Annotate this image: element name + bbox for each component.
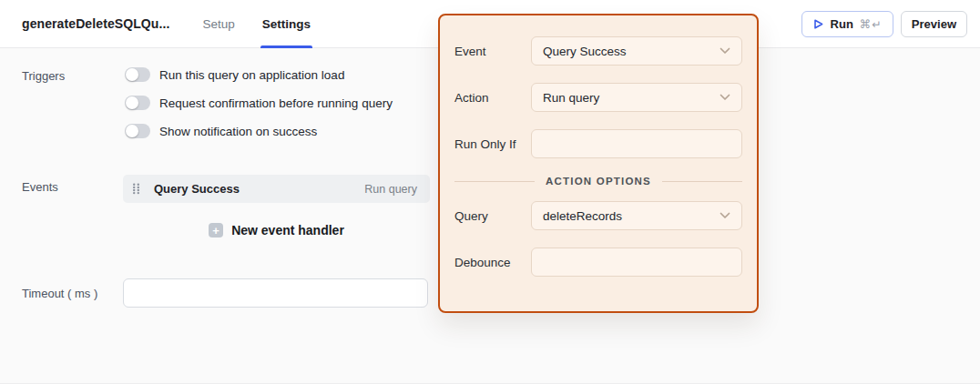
toggle-knob [126, 68, 138, 81]
query-field-row: Query deleteRecords [454, 201, 742, 230]
triggers-section-label: Triggers [22, 69, 65, 83]
event-field-row: Event Query Success [454, 36, 742, 66]
chevron-down-icon [720, 94, 730, 101]
event-select[interactable]: Query Success [531, 36, 742, 66]
divider-line [662, 181, 742, 182]
toggle-label: Run this query on application load [159, 68, 344, 82]
run-button-label: Run [831, 17, 853, 31]
chevron-down-icon [720, 47, 730, 55]
preview-button[interactable]: Preview [901, 11, 967, 37]
run-only-if-field [531, 129, 742, 158]
toggle-row-run-on-load: Run this query on application load [125, 67, 393, 82]
query-select[interactable]: deleteRecords [531, 201, 742, 230]
action-options-label: ACTION OPTIONS [546, 176, 651, 187]
timeout-input[interactable] [123, 278, 428, 308]
toggle-run-on-load[interactable] [125, 67, 150, 82]
plus-icon: + [209, 223, 223, 237]
event-handler-name: Query Success [154, 182, 240, 196]
run-only-if-label: Run Only If [454, 137, 531, 151]
tab-settings-label: Settings [262, 17, 311, 31]
debounce-input[interactable] [543, 256, 730, 269]
query-title: generateDeleteSQLQu... [22, 16, 169, 31]
run-only-if-row: Run Only If [454, 129, 742, 158]
drag-handle-icon[interactable] [132, 183, 140, 195]
event-handler-row[interactable]: Query Success Run query [123, 175, 430, 203]
action-select-value: Run query [543, 91, 720, 105]
toggle-row-confirmation: Request confirmation before running quer… [125, 96, 393, 110]
toggle-confirmation[interactable] [125, 96, 150, 110]
events-section-label: Events [22, 180, 58, 194]
run-only-if-input[interactable] [543, 137, 730, 151]
toggle-row-notification: Show notification on success [125, 124, 393, 138]
toggle-notification[interactable] [125, 124, 150, 138]
toggle-knob [126, 96, 138, 109]
event-field-label: Event [454, 45, 531, 58]
event-handler-popover: Event Query Success Action Run query Run… [438, 14, 759, 313]
query-field-label: Query [454, 209, 531, 223]
toggle-label: Request confirmation before running quer… [159, 96, 393, 110]
toggle-knob [126, 125, 138, 137]
action-field-row: Action Run query [454, 83, 742, 112]
chevron-down-icon [720, 212, 730, 219]
query-editor: generateDeleteSQLQu... Setup Settings Ru… [0, 0, 980, 384]
new-event-handler-label: New event handler [231, 223, 344, 237]
event-select-value: Query Success [543, 45, 720, 58]
new-event-handler-button[interactable]: + New event handler [123, 223, 430, 237]
timeout-label: Timeout ( ms ) [22, 287, 97, 300]
tab-settings[interactable]: Settings [260, 0, 312, 47]
run-button[interactable]: Run ⌘↵ [801, 11, 893, 37]
preview-button-label: Preview [912, 17, 956, 31]
triggers-list: Run this query on application load Reque… [125, 67, 393, 138]
debounce-field [531, 248, 742, 277]
tab-bar: Setup Settings [200, 0, 336, 47]
debounce-field-row: Debounce [454, 248, 742, 277]
event-handler-action: Run query [364, 183, 417, 196]
play-icon [812, 18, 824, 30]
tab-setup[interactable]: Setup [200, 0, 236, 47]
toggle-label: Show notification on success [159, 125, 317, 138]
action-field-label: Action [454, 91, 531, 105]
tab-setup-label: Setup [202, 17, 234, 31]
action-options-divider: ACTION OPTIONS [454, 176, 742, 187]
query-select-value: deleteRecords [543, 209, 720, 223]
debounce-field-label: Debounce [454, 256, 531, 269]
run-shortcut: ⌘↵ [860, 17, 883, 31]
topbar-actions: Run ⌘↵ Preview [801, 11, 967, 37]
divider-line [454, 181, 535, 182]
action-select[interactable]: Run query [531, 83, 742, 112]
